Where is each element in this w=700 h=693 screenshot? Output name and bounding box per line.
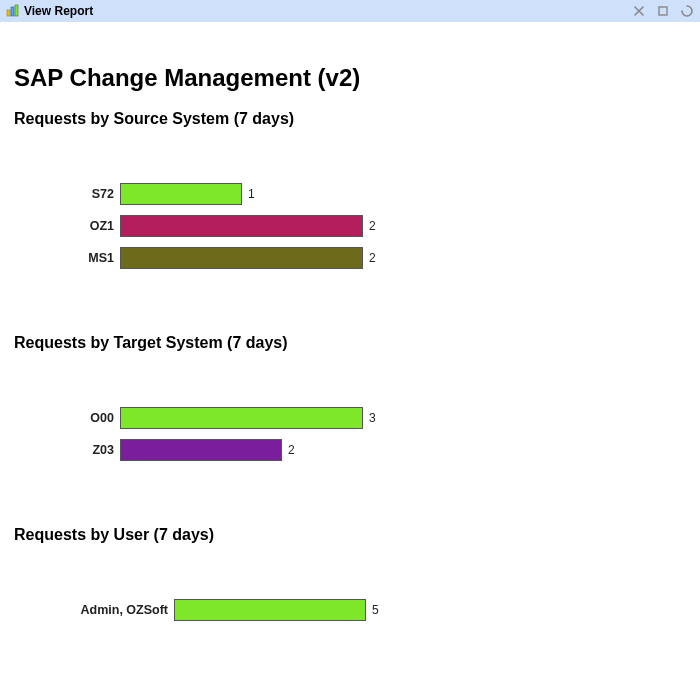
chart-bar [120, 183, 242, 205]
report-icon [6, 4, 20, 18]
chart-section: Requests by Target System (7 days)O003Z0… [14, 334, 686, 488]
svg-rect-2 [15, 5, 18, 16]
report-content: SAP Change Management (v2) Requests by S… [0, 22, 700, 693]
chart-bar [120, 247, 363, 269]
chart-area: O003Z032 [14, 358, 686, 488]
chart-category-label: Admin, OZSoft [14, 603, 174, 617]
chart-bar [120, 407, 363, 429]
chart-bar-row: O003 [14, 404, 686, 432]
chart-value-label: 1 [242, 187, 255, 201]
restore-icon[interactable] [680, 4, 694, 18]
chart-bar-row: MS12 [14, 244, 686, 272]
chart-bar-row: S721 [14, 180, 686, 208]
chart-value-label: 3 [363, 411, 376, 425]
svg-rect-1 [11, 7, 14, 16]
chart-bar [120, 215, 363, 237]
window-titlebar: View Report [0, 0, 700, 22]
chart-value-label: 5 [366, 603, 379, 617]
chart-value-label: 2 [363, 251, 376, 265]
chart-section: Requests by Source System (7 days)S721OZ… [14, 110, 686, 296]
chart-bar-row: OZ12 [14, 212, 686, 240]
chart-bar [120, 439, 282, 461]
chart-area: S721OZ12MS12 [14, 134, 686, 296]
svg-rect-3 [659, 7, 667, 15]
chart-bar-row: Admin, OZSoft5 [14, 596, 686, 624]
close-icon[interactable] [632, 4, 646, 18]
window-controls [632, 4, 694, 18]
chart-category-label: OZ1 [14, 219, 120, 233]
chart-bar-row: Z032 [14, 436, 686, 464]
chart-area: Admin, OZSoft5 [14, 550, 686, 648]
chart-section: Requests by User (7 days)Admin, OZSoft5 [14, 526, 686, 648]
chart-category-label: MS1 [14, 251, 120, 265]
chart-value-label: 2 [363, 219, 376, 233]
section-title: Requests by User (7 days) [14, 526, 686, 544]
page-title: SAP Change Management (v2) [14, 64, 686, 92]
maximize-icon[interactable] [656, 4, 670, 18]
svg-rect-0 [7, 10, 10, 16]
window-title: View Report [24, 4, 93, 18]
chart-category-label: Z03 [14, 443, 120, 457]
chart-category-label: S72 [14, 187, 120, 201]
chart-category-label: O00 [14, 411, 120, 425]
chart-value-label: 2 [282, 443, 295, 457]
section-title: Requests by Target System (7 days) [14, 334, 686, 352]
chart-bar [174, 599, 366, 621]
section-title: Requests by Source System (7 days) [14, 110, 686, 128]
